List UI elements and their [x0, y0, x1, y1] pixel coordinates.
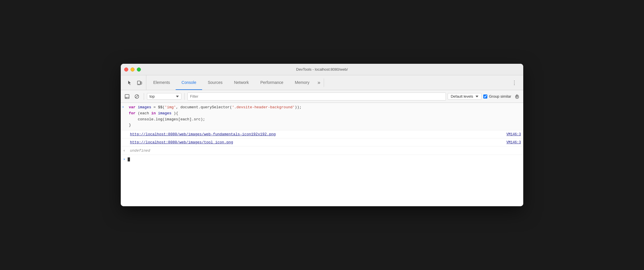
input-prompt-icon: › — [123, 157, 125, 161]
console-code-entry: › var images = $$('img', document.queryS… — [121, 103, 523, 130]
tab-sources[interactable]: Sources — [202, 75, 228, 90]
svg-rect-1 — [141, 82, 142, 84]
clear-icon — [135, 94, 139, 99]
code-block-content: var images = $$('img', document.querySel… — [129, 105, 521, 128]
show-drawer-button[interactable] — [123, 92, 131, 101]
var-images-ref: images — [158, 111, 171, 115]
clear-console-button[interactable] — [133, 92, 141, 101]
gear-icon — [515, 94, 519, 99]
line-ref-1[interactable]: VM146:3 — [501, 132, 521, 136]
tab-bar: Elements Console Sources Network Perform… — [121, 75, 523, 90]
console-undefined-row: ‹ undefined — [121, 146, 523, 155]
output-link-2[interactable]: http://localhost:8080/web/images/tool_ic… — [130, 140, 233, 144]
traffic-lights — [124, 68, 141, 72]
line-ref-2[interactable]: VM146:3 — [501, 140, 521, 144]
console-output-1: http://localhost:8080/web/images/web-fun… — [121, 130, 523, 138]
tab-memory[interactable]: Memory — [289, 75, 315, 90]
keyword-var: var — [129, 105, 135, 109]
levels-dropdown-icon — [476, 96, 478, 97]
console-toolbar: top Default levels Group similar — [121, 90, 523, 103]
tab-elements[interactable]: Elements — [147, 75, 176, 90]
log-levels-button[interactable]: Default levels — [448, 93, 482, 100]
group-similar-checkbox[interactable] — [483, 95, 487, 99]
keyword-in: in — [151, 111, 156, 115]
output-link-1[interactable]: http://localhost:8080/web/images/web-fun… — [130, 132, 276, 136]
device-toolbar-button[interactable] — [135, 78, 144, 87]
dropdown-arrow-icon — [176, 96, 179, 97]
group-similar-option: Group similar — [483, 94, 511, 99]
svg-line-7 — [135, 95, 138, 98]
var-images: images — [138, 105, 151, 109]
close-button[interactable] — [124, 68, 128, 72]
toolbar-divider-1 — [144, 93, 144, 100]
tab-console[interactable]: Console — [176, 75, 202, 90]
tab-bar-divider — [324, 78, 324, 87]
context-selector[interactable]: top — [147, 93, 181, 100]
string-selector: '.devsite-header-background' — [232, 105, 295, 109]
devtools-window: DevTools - localhost:8080/web/ Elements … — [121, 64, 523, 206]
keyword-for: for — [129, 111, 135, 115]
toolbar-divider-2 — [184, 93, 185, 100]
output-arrow-icon: ‹ — [123, 148, 128, 153]
console-content: › var images = $$('img', document.queryS… — [121, 103, 523, 206]
window-title: DevTools - localhost:8080/web/ — [296, 67, 348, 72]
device-icon — [137, 80, 142, 85]
title-bar: DevTools - localhost:8080/web/ — [121, 64, 523, 75]
undefined-value: undefined — [130, 148, 150, 153]
tab-network[interactable]: Network — [228, 75, 254, 90]
console-output-2: http://localhost:8080/web/images/tool_ic… — [121, 138, 523, 146]
tab-bar-icons — [123, 75, 146, 90]
code-line-2: for (each in images ){ — [129, 111, 521, 117]
cursor-tool-button[interactable] — [125, 78, 134, 87]
drawer-icon — [125, 94, 129, 99]
code-line-3: console.log(images[each].src); — [129, 117, 521, 123]
cursor-icon — [127, 80, 132, 85]
console-settings-button[interactable] — [513, 92, 521, 101]
svg-point-8 — [516, 96, 518, 97]
string-img: 'img' — [165, 105, 176, 109]
group-similar-label: Group similar — [489, 94, 511, 99]
code-line-4: } — [129, 122, 521, 128]
tab-performance[interactable]: Performance — [254, 75, 289, 90]
input-cursor — [128, 157, 130, 161]
console-input-row[interactable]: › — [121, 155, 523, 164]
input-arrow-icon: › — [122, 105, 126, 109]
code-line-1: var images = $$('img', document.querySel… — [129, 105, 521, 111]
filter-input[interactable] — [187, 92, 446, 101]
tab-menu: ⋮ — [508, 75, 521, 90]
devtools-menu-button[interactable]: ⋮ — [510, 78, 519, 87]
more-tabs-button[interactable]: » — [315, 75, 323, 90]
maximize-button[interactable] — [137, 68, 141, 72]
minimize-button[interactable] — [131, 68, 135, 72]
